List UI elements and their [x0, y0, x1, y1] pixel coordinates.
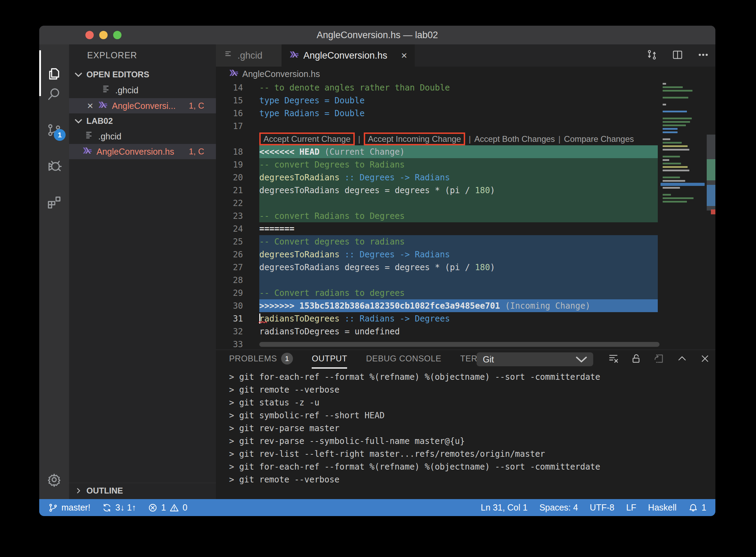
code-line-24[interactable]: 24======= [216, 222, 715, 235]
line-number: 20 [216, 173, 259, 182]
open-editor-item-ghcid[interactable]: .ghcid [69, 83, 216, 98]
line-content: -- to denote angles rather than Double [259, 81, 658, 94]
token: degreesToRadians [259, 250, 339, 259]
screen: { "window_title": "AngleConversion.hs — … [0, 0, 756, 557]
debug-icon[interactable] [46, 158, 62, 174]
code-line-14[interactable]: 14-- to denote angles rather than Double [216, 81, 715, 94]
settings-gear-icon[interactable] [46, 472, 62, 488]
language-mode[interactable]: Haskell [648, 503, 677, 513]
code-line-22[interactable]: 22 [216, 197, 715, 209]
line-number: 30 [216, 301, 259, 311]
code-line-27[interactable]: 27degreesToRadians degrees = degrees * (… [216, 261, 715, 274]
output-console[interactable]: > git for-each-ref --format %(refname) %… [216, 369, 715, 499]
token: radiansToDegrees [259, 314, 339, 324]
problems-badge: 1, C [189, 101, 204, 111]
panel-tab-bar: PROBLEMS 1 OUTPUT DEBUG CONSOLE TERMINAL… [216, 350, 715, 369]
codelens-accept-current-change[interactable]: Accept Current Change [259, 132, 355, 145]
code-line-16[interactable]: 16type Radians = Double [216, 107, 715, 120]
sync-status[interactable]: 3↓ 1↑ [102, 503, 136, 513]
file-item-ghcid[interactable]: .ghcid [69, 129, 216, 144]
more-actions-icon[interactable] [697, 49, 709, 62]
code-line-23[interactable]: 23-- convert Radians to Degrees [216, 209, 715, 222]
sync-icon [102, 503, 112, 513]
tab-problems[interactable]: PROBLEMS 1 [229, 350, 293, 369]
code-line-30[interactable]: 30>>>>>>> 153bc5182b386a182350cb1082fce3… [216, 299, 715, 312]
token: type Radians = Double [259, 109, 364, 118]
code-line-28[interactable]: 28 [216, 274, 715, 286]
tab-debug-console[interactable]: DEBUG CONSOLE [366, 350, 441, 369]
ruler-error-mark [711, 209, 715, 214]
extensions-icon[interactable] [46, 194, 62, 210]
codelens-compare-changes[interactable]: Compare Changes [564, 134, 634, 144]
encoding-status[interactable]: UTF-8 [590, 503, 614, 513]
split-editor-icon[interactable] [672, 49, 683, 62]
minimize-window-button[interactable] [99, 31, 108, 39]
folder-section-header[interactable]: LAB02 [69, 113, 216, 129]
line-number: 15 [216, 96, 259, 105]
minimap[interactable] [661, 82, 707, 228]
code-line-32[interactable]: 32radiansToDegrees = undefined [216, 325, 715, 338]
token: (Current Change) [319, 147, 405, 157]
chevron-down-icon [75, 116, 82, 126]
file-item-angleconversion[interactable]: AngleConversion.hs 1, C [69, 144, 216, 159]
explorer-icon[interactable] [46, 66, 62, 82]
token: -> [395, 173, 415, 182]
code-line-20[interactable]: 20degreesToRadians :: Degrees -> Radians [216, 171, 715, 184]
indentation-status[interactable]: Spaces: 4 [539, 503, 578, 513]
line-content: ======= [259, 222, 658, 235]
window-title: AngleConversion.hs — lab02 [317, 30, 438, 41]
token: 180 [475, 263, 490, 272]
problems-badge: 1, C [189, 147, 204, 156]
close-tab-icon[interactable]: × [401, 50, 407, 61]
zoom-window-button[interactable] [113, 31, 121, 39]
code-line-31[interactable]: 31radiansToDegrees :: Radians -> Degrees [216, 312, 715, 325]
outline-section-header[interactable]: OUTLINE [69, 483, 216, 498]
open-editor-item-angleconversion[interactable]: × AngleConversi... 1, C [69, 98, 216, 113]
token: degreesToRadians [259, 173, 339, 182]
close-icon[interactable]: × [87, 101, 93, 111]
open-output-in-editor-icon[interactable] [654, 353, 665, 366]
line-content: type Degrees = Double [259, 94, 658, 107]
notifications-status[interactable]: 1 [688, 503, 706, 513]
close-window-button[interactable] [85, 31, 94, 39]
eol-status[interactable]: LF [626, 503, 636, 513]
tab-ghcid[interactable]: .ghcid [216, 44, 282, 67]
code-line-26[interactable]: 26degreesToRadians :: Degrees -> Radians [216, 248, 715, 261]
clear-output-icon[interactable] [608, 353, 619, 366]
code-line-25[interactable]: 25-- Convert degrees to radians [216, 235, 715, 248]
editor-tab-strip: .ghcid AngleConversion.hs × [216, 44, 715, 67]
code-line-29[interactable]: 29-- Convert radians to degrees [216, 286, 715, 299]
lock-icon[interactable] [631, 353, 642, 366]
line-content [259, 120, 658, 132]
code-line-15[interactable]: 15type Degrees = Double [216, 94, 715, 107]
haskell-icon [83, 146, 92, 157]
code-line-19[interactable]: 19-- convert Degrees to Radians [216, 158, 715, 171]
open-changes-icon[interactable] [646, 49, 658, 62]
open-editors-section-header[interactable]: OPEN EDITORS [69, 67, 216, 82]
editor-actions [646, 44, 709, 67]
codelens-accept-incoming-change[interactable]: Accept Incoming Change [364, 132, 465, 145]
problems-status[interactable]: 1 0 [148, 503, 187, 513]
tab-output[interactable]: OUTPUT [312, 350, 347, 369]
code-editor[interactable]: 14-- to denote angles rather than Double… [216, 81, 715, 350]
search-icon[interactable] [46, 86, 62, 102]
line-content [259, 274, 658, 286]
codelens-accept-both-changes[interactable]: Accept Both Changes [474, 134, 555, 144]
close-panel-icon[interactable] [699, 353, 711, 366]
token: -- convert Radians to Degrees [259, 211, 405, 221]
code-line-21[interactable]: 21degreesToRadians degrees = degrees * (… [216, 184, 715, 197]
code-line-17[interactable]: 17 [216, 120, 715, 132]
tab-angleconversion[interactable]: AngleConversion.hs × [282, 44, 415, 67]
horizontal-scrollbar[interactable] [259, 342, 660, 347]
breadcrumb[interactable]: AngleConversion.hs [216, 67, 715, 81]
token: radiansToDegrees = undefined [259, 327, 400, 336]
token: ) [490, 263, 495, 272]
codelens-separator: | [558, 134, 561, 144]
branch-status[interactable]: master! [48, 503, 90, 513]
line-content: degreesToRadians :: Degrees -> Radians [259, 171, 658, 184]
cursor-position[interactable]: Ln 31, Col 1 [481, 503, 528, 513]
code-line-18[interactable]: 18<<<<<<< HEAD (Current Change) [216, 145, 715, 158]
line-number: 18 [216, 147, 259, 157]
output-channel-select[interactable]: Git [477, 352, 593, 366]
maximize-panel-icon[interactable] [677, 353, 688, 366]
